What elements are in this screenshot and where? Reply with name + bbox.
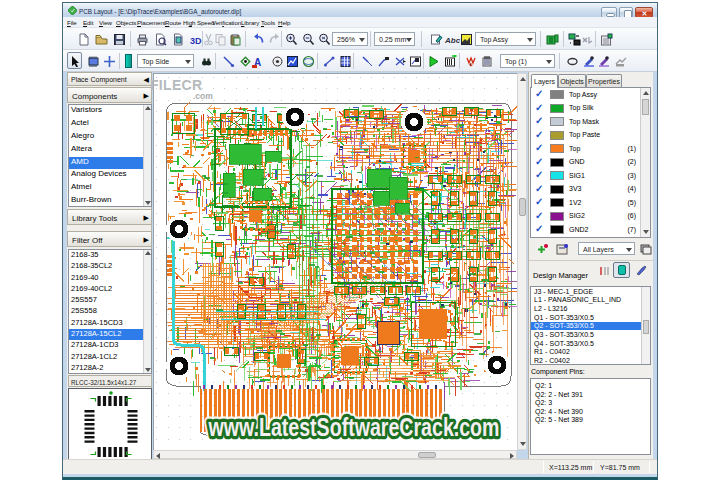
svg-text:www.LatestSoftwareCrack.com: www.LatestSoftwareCrack.com	[208, 412, 500, 442]
